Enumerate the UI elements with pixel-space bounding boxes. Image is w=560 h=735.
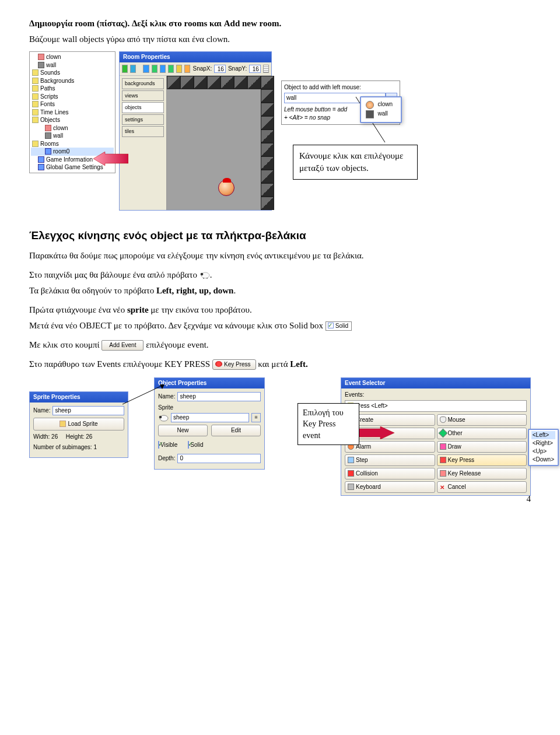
object-sprite-picker-icon[interactable]: ≡ xyxy=(251,413,261,422)
lock2-icon[interactable] xyxy=(184,65,190,73)
events-list[interactable]: press <Left> xyxy=(345,400,527,412)
pointer-line-icon xyxy=(123,382,169,405)
arrow-right-icon[interactable] xyxy=(152,65,158,73)
arrow-left-icon[interactable] xyxy=(143,65,149,73)
folder-icon xyxy=(38,54,44,60)
dir-right[interactable]: <Right> xyxy=(531,439,555,447)
kbd-icon xyxy=(348,484,354,490)
sprite-name-input[interactable]: sheep xyxy=(52,406,124,415)
object-window-title: Object Properties xyxy=(155,378,264,388)
tree-item[interactable]: Rooms xyxy=(31,140,114,148)
event-button-label: Collision xyxy=(356,470,378,478)
sprite-window-title: Sprite Properties xyxy=(30,392,128,402)
wall-tile[interactable] xyxy=(261,103,274,116)
event-cancel-button[interactable]: ✕Cancel xyxy=(437,481,527,493)
event-key-press-button[interactable]: Key Press xyxy=(437,454,527,466)
section-p5: Μετά ένα νέο OBJECT με το πρόβατο. Δεν ξ… xyxy=(29,320,531,332)
event-collision-button[interactable]: Collision xyxy=(345,468,435,480)
add-event-button-inline[interactable]: Add Event xyxy=(102,340,144,351)
object-sprite-field[interactable]: sheep xyxy=(171,413,249,422)
wall-tile[interactable] xyxy=(261,183,274,197)
edit-sprite-button[interactable]: Edit xyxy=(211,425,261,436)
wall-tile[interactable] xyxy=(261,170,274,183)
tree-item[interactable]: wall xyxy=(31,132,114,140)
arrow-right2-icon[interactable] xyxy=(168,65,174,73)
snapy-input[interactable]: 16 xyxy=(249,65,261,73)
lock-icon[interactable] xyxy=(176,65,182,73)
room-canvas[interactable] xyxy=(166,76,269,210)
load-sprite-button[interactable]: Load Sprite xyxy=(33,418,124,430)
wall-tile[interactable] xyxy=(247,76,261,89)
wall-tile[interactable] xyxy=(261,89,274,103)
wall-tile[interactable] xyxy=(261,156,274,170)
wall-tile[interactable] xyxy=(194,76,207,89)
wall-tile[interactable] xyxy=(261,143,274,156)
grid-icon[interactable] xyxy=(263,65,269,73)
svg-marker-7 xyxy=(160,384,164,389)
event-mouse-button[interactable]: Mouse xyxy=(437,414,527,426)
folder-icon xyxy=(32,109,38,116)
tree-item[interactable]: Backgrounds xyxy=(31,77,114,85)
arrow-left2-icon[interactable] xyxy=(160,65,166,73)
room-toolbar[interactable]: SnapX: 16 SnapY: 16 xyxy=(120,62,271,76)
folder-icon xyxy=(38,156,44,163)
wall-tile[interactable] xyxy=(261,197,274,210)
wall-tile[interactable] xyxy=(261,130,274,143)
tree-item[interactable]: Time Lines xyxy=(31,108,114,117)
tab-objects[interactable]: objects xyxy=(122,102,164,113)
visible-checkbox[interactable] xyxy=(158,441,159,449)
menu-item-clown[interactable]: clown xyxy=(377,100,393,109)
krl-icon xyxy=(440,470,446,477)
object-menu[interactable]: clown wall xyxy=(360,96,402,123)
object-name-input[interactable]: sheep xyxy=(177,392,261,401)
wall-tile[interactable] xyxy=(261,116,274,130)
tab-settings[interactable]: settings xyxy=(122,114,164,125)
tree-item[interactable]: clown xyxy=(31,53,114,61)
tree-item[interactable]: Objects xyxy=(31,116,114,124)
event-button-label: Key Press xyxy=(448,456,475,464)
callout-box-1: Κάνουμε κλικ και επιλέγουμε μεταξύ των o… xyxy=(293,145,418,180)
event-other-button[interactable]: Other xyxy=(437,428,527,439)
snapx-input[interactable]: 16 xyxy=(214,65,226,73)
undo-button[interactable] xyxy=(130,65,136,73)
keypress-button-inline[interactable]: Key Press xyxy=(212,359,256,370)
wall-tile[interactable] xyxy=(167,76,180,89)
event-button-label: Keyboard xyxy=(356,483,381,491)
stp-icon xyxy=(348,457,354,463)
tree-item[interactable]: Fonts xyxy=(31,100,114,108)
wall-tile[interactable] xyxy=(234,76,247,89)
tree-item[interactable]: clown xyxy=(31,124,114,132)
depth-input[interactable]: 0 xyxy=(177,454,261,463)
tree-item[interactable]: Scripts xyxy=(31,93,114,101)
wall-tile[interactable] xyxy=(261,76,274,89)
wall-tile[interactable] xyxy=(180,76,194,89)
tab-views[interactable]: views xyxy=(122,90,164,102)
event-draw-button[interactable]: Draw xyxy=(437,441,527,453)
tree-item[interactable]: Paths xyxy=(31,85,114,93)
dir-left[interactable]: <Left> xyxy=(531,431,555,439)
wall-tile[interactable] xyxy=(220,76,234,89)
tree-item[interactable]: Sounds xyxy=(31,69,114,77)
solid-checkbox-inline[interactable]: Solid xyxy=(326,321,352,331)
tab-tiles[interactable]: tiles xyxy=(122,126,164,137)
folder-icon xyxy=(32,117,38,123)
event-button-label: Cancel xyxy=(448,483,466,491)
clown-object[interactable] xyxy=(218,180,235,196)
menu-item-wall[interactable]: wall xyxy=(377,109,393,118)
solid-checkbox[interactable] xyxy=(188,441,189,449)
direction-menu[interactable]: <Left> <Right> <Up> <Down> xyxy=(528,429,559,466)
tree-item[interactable]: wall xyxy=(31,61,114,69)
tree-label: Time Lines xyxy=(40,108,69,117)
can-icon: ✕ xyxy=(440,484,446,490)
ok-button[interactable] xyxy=(122,65,128,73)
dir-down[interactable]: <Down> xyxy=(531,456,555,464)
dir-up[interactable]: <Up> xyxy=(531,447,555,456)
event-keyboard-button[interactable]: Keyboard xyxy=(345,481,435,493)
event-step-button[interactable]: Step xyxy=(345,454,435,466)
tab-backgrounds[interactable]: backgrounds xyxy=(122,78,164,89)
new-sprite-button[interactable]: New xyxy=(158,425,208,436)
tree-label: Scripts xyxy=(40,93,58,101)
event-key-release-button[interactable]: Key Release xyxy=(437,468,527,480)
wall-tile[interactable] xyxy=(207,76,220,89)
screenshots-row-2: Sprite Properties Name: sheep Load Sprit… xyxy=(29,377,531,470)
